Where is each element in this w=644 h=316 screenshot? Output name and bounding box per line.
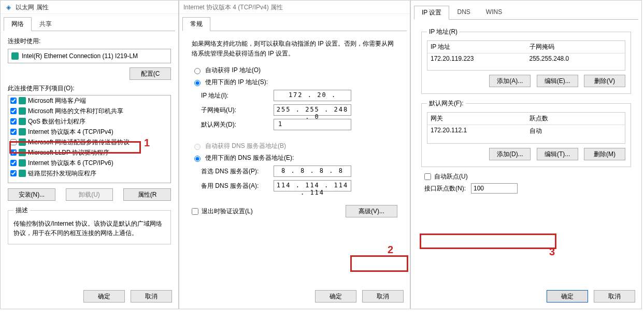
- radio-auto-ip-row[interactable]: 自动获得 IP 地址(O): [192, 66, 397, 75]
- connect-using-label: 连接时使用:: [8, 37, 171, 46]
- advanced-tcpip-window: IP 设置 DNS WINS IP 地址(R) IP 地址 子网掩码 172.2…: [410, 0, 642, 309]
- add-ip-button[interactable]: 添加(A)...: [489, 75, 531, 87]
- interface-metric-input[interactable]: [471, 183, 518, 194]
- description-text: 传输控制协议/Internet 协议。该协议是默认的广域网络协议，用于在不同的相…: [13, 219, 165, 238]
- components-listbox[interactable]: Microsoft 网络客户端 Microsoft 网络的文件和打印机共享 Qo…: [8, 95, 171, 183]
- add-gateway-button[interactable]: 添加(D)...: [489, 148, 531, 160]
- gateway-input[interactable]: 1: [274, 119, 351, 130]
- subnet-mask-label: 子网掩码(U):: [201, 106, 274, 115]
- delete-gateway-button[interactable]: 删除(M): [584, 148, 625, 160]
- ipv4-properties-window: Internet 协议版本 4 (TCP/IPv4) 属性 常规 如果网络支持此…: [179, 0, 410, 309]
- ip-addresses-table[interactable]: IP 地址 子网掩码 172.20.119.223 255.255.248.0: [427, 40, 625, 71]
- item-checkbox[interactable]: [10, 108, 17, 114]
- item-checkbox[interactable]: [10, 98, 17, 104]
- list-item[interactable]: QoS 数据包计划程序: [8, 116, 170, 127]
- item-checkbox[interactable]: [10, 129, 17, 135]
- gateways-table[interactable]: 网关 跃点数 172.20.112.1 自动: [427, 112, 625, 144]
- uses-items-label: 此连接使用下列项目(O):: [8, 84, 171, 93]
- alternate-dns-input[interactable]: 114 . 114 . 114 . 114: [274, 180, 351, 191]
- install-button[interactable]: 安装(N)...: [8, 188, 55, 201]
- gateway-label: 默认网关(D):: [201, 120, 274, 129]
- configure-button[interactable]: 配置(C: [130, 67, 171, 80]
- table-row[interactable]: 172.20.119.223 255.255.248.0: [427, 53, 625, 64]
- tab-general[interactable]: 常规: [182, 17, 210, 31]
- uninstall-button: 卸载(U): [66, 188, 113, 201]
- cancel-button[interactable]: 取消: [131, 290, 172, 303]
- radio-auto-ip[interactable]: [194, 68, 201, 74]
- ip-addresses-legend: IP 地址(R): [427, 28, 460, 36]
- preferred-dns-label: 首选 DNS 服务器(P):: [201, 167, 274, 176]
- description-legend: 描述: [13, 206, 30, 215]
- ethernet-adapter-icon: [11, 52, 19, 60]
- delete-ip-button[interactable]: 删除(V): [584, 75, 625, 87]
- intro-text: 如果网络支持此功能，则可以获取自动指派的 IP 设置。否则，你需要从网络系统管理…: [192, 39, 397, 59]
- ip-addresses-group: IP 地址(R) IP 地址 子网掩码 172.20.119.223 255.2…: [421, 28, 631, 94]
- edit-ip-button[interactable]: 编辑(E)...: [537, 75, 578, 87]
- radio-manual-dns-row[interactable]: 使用下面的 DNS 服务器地址(E):: [192, 154, 397, 162]
- edit-gateway-button[interactable]: 编辑(T)...: [537, 148, 578, 160]
- gateways-group: 默认网关(F): 网关 跃点数 172.20.112.1 自动 添加(D)...…: [421, 99, 631, 167]
- list-item[interactable]: Microsoft LLDP 协议驱动程序: [8, 147, 170, 158]
- component-icon: [19, 149, 26, 156]
- subnet-mask-input[interactable]: 255 . 255 . 248 . 0: [274, 104, 351, 116]
- radio-auto-dns-row: 自动获得 DNS 服务器地址(B): [192, 142, 397, 150]
- advanced-button[interactable]: 高级(V)...: [346, 205, 397, 217]
- radio-manual-dns[interactable]: [194, 156, 201, 162]
- window-title: 以太网 属性: [16, 4, 48, 11]
- item-checkbox[interactable]: [10, 139, 17, 145]
- ok-button[interactable]: 确定: [547, 290, 588, 303]
- component-icon: [19, 97, 26, 104]
- alternate-dns-label: 备用 DNS 服务器(A):: [201, 182, 274, 190]
- ip-address-label: IP 地址(I):: [201, 91, 274, 100]
- ipv4-properties-titlebar: Internet 协议版本 4 (TCP/IPv4) 属性: [179, 1, 410, 14]
- list-item[interactable]: Microsoft 网络客户端: [8, 95, 170, 106]
- auto-metric-row[interactable]: 自动跃点(U): [424, 172, 631, 181]
- gateway-col-header: 网关: [427, 113, 526, 125]
- tab-wins[interactable]: WINS: [478, 6, 510, 20]
- interface-metric-label: 接口跃点数(N):: [424, 184, 466, 193]
- validate-on-exit-row[interactable]: 退出时验证设置(L): [192, 207, 253, 216]
- item-checkbox[interactable]: [10, 170, 17, 176]
- tab-dns[interactable]: DNS: [449, 6, 478, 20]
- ok-button[interactable]: 确定: [315, 290, 356, 303]
- ethernet-properties-titlebar: ◈ 以太网 属性: [1, 1, 178, 14]
- ip-col-header: IP 地址: [427, 41, 526, 53]
- ok-button[interactable]: 确定: [83, 290, 125, 303]
- table-row[interactable]: 172.20.112.1 自动: [427, 125, 625, 137]
- list-item[interactable]: 链路层拓扑发现响应程序: [8, 168, 170, 178]
- item-checkbox[interactable]: [10, 160, 17, 166]
- list-item[interactable]: Microsoft 网络的文件和打印机共享: [8, 106, 170, 116]
- tab-network[interactable]: 网络: [4, 17, 32, 31]
- item-checkbox[interactable]: [10, 118, 17, 125]
- list-item[interactable]: Internet 协议版本 6 (TCP/IPv6): [8, 158, 170, 168]
- tab-share[interactable]: 共享: [32, 17, 60, 31]
- preferred-dns-input[interactable]: 8 . 8 . 8 . 8: [274, 166, 351, 177]
- gateways-legend: 默认网关(F):: [427, 99, 466, 108]
- adapter-name: Intel(R) Ethernet Connection (11) I219-L…: [22, 52, 138, 60]
- window-title: Internet 协议版本 4 (TCP/IPv4) 属性: [183, 4, 283, 11]
- component-properties-button[interactable]: 属性(R: [123, 188, 171, 201]
- component-icon: [19, 118, 26, 125]
- radio-manual-ip-row[interactable]: 使用下面的 IP 地址(S):: [192, 78, 397, 87]
- description-group: 描述 传输控制协议/Internet 协议。该协议是默认的广域网络协议，用于在不…: [8, 206, 171, 244]
- cancel-button[interactable]: 取消: [362, 290, 404, 303]
- validate-on-exit-checkbox[interactable]: [192, 208, 198, 215]
- radio-auto-dns: [194, 144, 201, 150]
- component-icon: [19, 107, 26, 115]
- list-item-tcpipv4[interactable]: Internet 协议版本 4 (TCP/IPv4): [8, 127, 170, 137]
- component-icon: [19, 139, 26, 146]
- tab-ip-settings[interactable]: IP 设置: [414, 6, 449, 20]
- shield-icon: ◈: [5, 1, 12, 14]
- adapter-display: Intel(R) Ethernet Connection (11) I219-L…: [8, 49, 171, 63]
- ethernet-properties-window: ◈ 以太网 属性 网络 共享 连接时使用: Intel(R) Ethernet …: [0, 0, 179, 309]
- list-item[interactable]: Microsoft 网络适配器多路传送器协议: [8, 137, 170, 147]
- cancel-button[interactable]: 取消: [594, 290, 635, 303]
- tabstrip: 网络 共享: [1, 14, 178, 31]
- radio-manual-ip[interactable]: [194, 80, 201, 86]
- component-icon: [19, 128, 26, 135]
- auto-metric-checkbox[interactable]: [424, 173, 431, 180]
- item-checkbox[interactable]: [10, 149, 17, 156]
- component-icon: [19, 159, 26, 167]
- ip-address-input[interactable]: 172 . 20 .: [274, 90, 351, 101]
- window1-content: 连接时使用: Intel(R) Ethernet Connection (11)…: [1, 32, 178, 255]
